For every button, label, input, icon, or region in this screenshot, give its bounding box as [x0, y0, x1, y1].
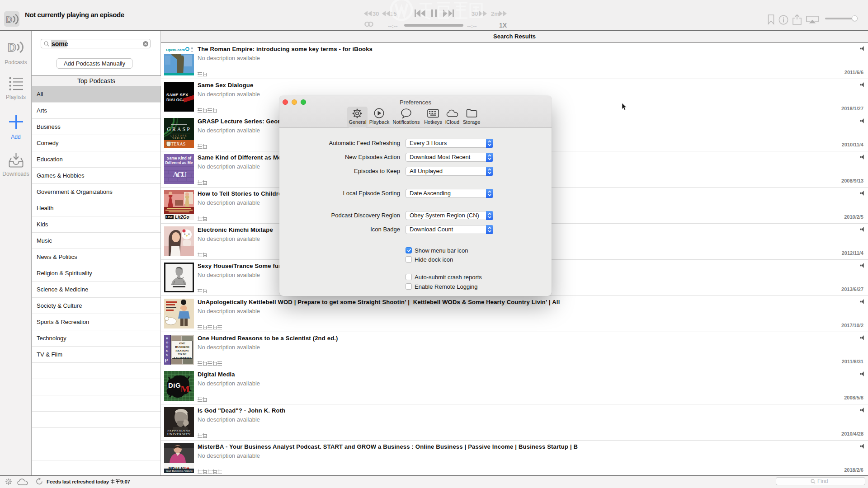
svg-text:D: D: [8, 41, 16, 54]
svg-text:D: D: [6, 15, 12, 24]
